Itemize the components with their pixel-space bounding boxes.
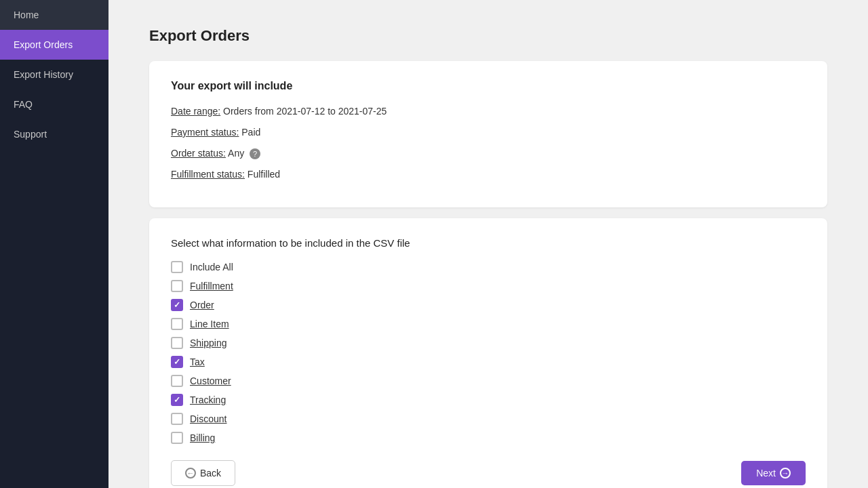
checkbox-label-tax: Tax: [190, 357, 205, 367]
order-status-label: Order status:: [171, 148, 226, 159]
checkbox-label-line-item: Line Item: [190, 319, 229, 329]
checkbox-label-tracking: Tracking: [190, 394, 226, 405]
payment-status-row: Payment status: Paid: [171, 125, 806, 140]
checkbox-row-customer[interactable]: Customer: [171, 375, 806, 387]
checkbox-include-all[interactable]: [171, 261, 183, 273]
checkbox-line-item[interactable]: [171, 318, 183, 330]
page-title: Export Orders: [149, 27, 827, 45]
next-icon: →: [780, 468, 791, 479]
back-label: Back: [200, 468, 221, 479]
checkbox-row-tax[interactable]: Tax: [171, 356, 806, 368]
main-content: Export Orders Your export will include D…: [108, 0, 868, 488]
fulfillment-status-row: Fulfillment status: Fulfilled: [171, 167, 806, 182]
checkbox-tax[interactable]: [171, 356, 183, 368]
checkbox-order[interactable]: [171, 299, 183, 311]
sidebar-item-export-history[interactable]: Export History: [0, 60, 108, 89]
checkbox-list: Include AllFulfillmentOrderLine ItemShip…: [171, 261, 806, 444]
checkbox-row-line-item[interactable]: Line Item: [171, 318, 806, 330]
checkbox-tracking[interactable]: [171, 394, 183, 406]
checkbox-row-include-all[interactable]: Include All: [171, 261, 806, 273]
next-button[interactable]: Next →: [741, 461, 806, 485]
checkbox-label-order: Order: [190, 300, 214, 310]
sidebar-item-support[interactable]: Support: [0, 119, 108, 149]
order-status-info-icon[interactable]: ?: [250, 148, 260, 159]
sidebar-item-home[interactable]: Home: [0, 0, 108, 30]
checkbox-label-customer: Customer: [190, 375, 231, 386]
checkbox-row-order[interactable]: Order: [171, 299, 806, 311]
summary-heading: Your export will include: [171, 80, 806, 92]
checkbox-row-billing[interactable]: Billing: [171, 432, 806, 444]
checkbox-customer[interactable]: [171, 375, 183, 387]
back-icon: ←: [185, 468, 196, 479]
checkbox-row-fulfillment[interactable]: Fulfillment: [171, 280, 806, 292]
next-label: Next: [756, 468, 776, 479]
payment-status-label: Payment status:: [171, 127, 239, 138]
order-status-value-text: Any: [228, 148, 244, 159]
date-range-value-text: Orders from 2021-07-12 to 2021-07-25: [223, 106, 387, 117]
checkbox-label-discount: Discount: [190, 413, 226, 424]
sidebar-item-faq[interactable]: FAQ: [0, 89, 108, 119]
fulfillment-status-value-text: Fulfilled: [248, 169, 280, 180]
checkbox-label-include-all: Include All: [190, 262, 233, 272]
checkbox-label-billing: Billing: [190, 432, 215, 443]
checkbox-fulfillment[interactable]: [171, 280, 183, 292]
button-row: ← Back Next →: [171, 460, 806, 486]
sidebar-item-export-orders[interactable]: Export Orders: [0, 30, 108, 60]
payment-status-value-text: Paid: [241, 127, 260, 138]
checkbox-shipping[interactable]: [171, 337, 183, 349]
csv-card: Select what information to be included i…: [149, 218, 827, 488]
summary-card: Your export will include Date range: Ord…: [149, 61, 827, 207]
date-range-label: Date range:: [171, 106, 220, 117]
checkbox-label-fulfillment: Fulfillment: [190, 281, 233, 291]
date-range-row: Date range: Orders from 2021-07-12 to 20…: [171, 104, 806, 119]
checkbox-discount[interactable]: [171, 413, 183, 425]
fulfillment-status-label: Fulfillment status:: [171, 169, 245, 180]
checkbox-billing[interactable]: [171, 432, 183, 444]
order-status-row: Order status: Any ?: [171, 146, 806, 161]
sidebar: Home Export Orders Export History FAQ Su…: [0, 0, 108, 488]
back-button[interactable]: ← Back: [171, 460, 235, 486]
checkbox-label-shipping: Shipping: [190, 338, 227, 348]
checkbox-row-tracking[interactable]: Tracking: [171, 394, 806, 406]
csv-heading: Select what information to be included i…: [171, 237, 806, 249]
checkbox-row-discount[interactable]: Discount: [171, 413, 806, 425]
checkbox-row-shipping[interactable]: Shipping: [171, 337, 806, 349]
